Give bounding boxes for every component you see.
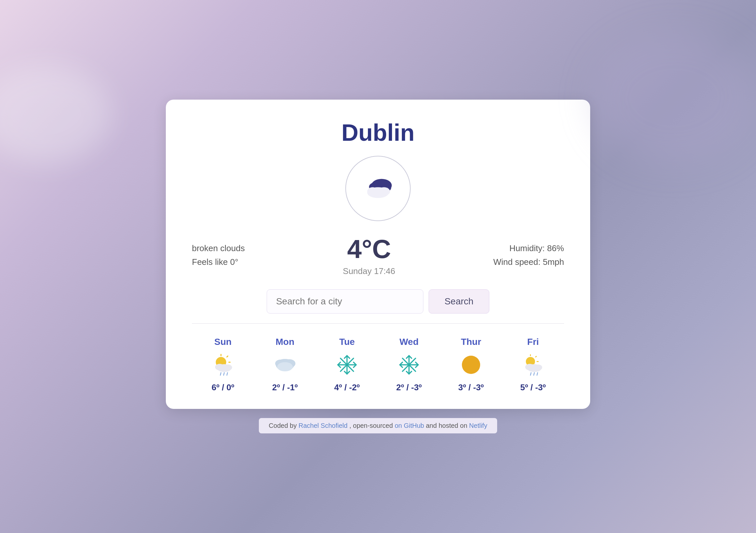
footer-netlify-link[interactable]: Netlify	[469, 422, 487, 429]
forecast-temp-thur: 3º / -3º	[458, 382, 484, 393]
forecast-row: Sun 6º /	[192, 337, 564, 393]
forecast-icon-thur	[459, 352, 483, 378]
date-time-display: Sunday 17:46	[343, 266, 395, 276]
forecast-label-thur: Thur	[461, 337, 481, 347]
footer-github-link[interactable]: on GitHub	[395, 422, 424, 429]
svg-line-52	[530, 373, 531, 375]
forecast-temp-tue: 4º / -2º	[334, 382, 360, 393]
condition-text: broken clouds	[192, 242, 245, 255]
forecast-day-mon: Mon 2º / -1º	[262, 337, 308, 393]
svg-line-13	[220, 373, 221, 375]
forecast-temp-sun: 6º / 0º	[211, 382, 234, 393]
svg-point-51	[534, 364, 542, 370]
svg-line-54	[537, 373, 538, 375]
bg-decoration-right	[593, 33, 756, 163]
forecast-icon-tue	[335, 352, 359, 378]
forecast-icon-mon	[273, 352, 297, 378]
forecast-day-thur: Thur 3º / -3º	[448, 337, 494, 393]
svg-point-12	[224, 364, 232, 370]
forecast-icon-wed	[397, 352, 421, 378]
weather-icon-container	[345, 156, 411, 221]
svg-line-53	[534, 373, 534, 375]
svg-point-5	[378, 187, 390, 196]
wind-speed-text: Wind speed: 5mph	[493, 255, 564, 269]
footer-open-sourced: , open-sourced	[349, 422, 395, 429]
svg-point-50	[525, 364, 534, 370]
weather-icon	[360, 175, 396, 202]
forecast-label-mon: Mon	[276, 337, 294, 347]
search-area: Search	[192, 289, 564, 314]
search-button[interactable]: Search	[429, 289, 490, 314]
svg-line-8	[227, 356, 228, 357]
footer-author-link[interactable]: Rachel Schofield	[298, 422, 347, 429]
footer: Coded by Rachel Schofield , open-sourced…	[259, 418, 497, 434]
forecast-day-tue: Tue 4º / -2º	[324, 337, 370, 393]
forecast-label-tue: Tue	[339, 337, 355, 347]
footer-bar: Coded by Rachel Schofield , open-sourced…	[259, 418, 497, 434]
forecast-label-wed: Wed	[399, 337, 419, 347]
forecast-temp-wed: 2º / -3º	[396, 382, 422, 393]
svg-point-11	[215, 364, 224, 370]
forecast-label-fri: Fri	[527, 337, 539, 347]
search-input[interactable]	[267, 289, 423, 314]
svg-line-14	[224, 373, 224, 375]
city-title: Dublin	[192, 119, 564, 146]
weather-card: Dublin broken clouds Feels like 0° 4°C S…	[166, 99, 590, 409]
forecast-icon-sun	[211, 352, 235, 378]
footer-hosted-on: and hosted on	[426, 422, 469, 429]
feels-like-text: Feels like 0°	[192, 255, 245, 269]
weather-info-row: broken clouds Feels like 0° 4°C Sunday 1…	[192, 234, 564, 276]
svg-point-44	[462, 356, 480, 374]
svg-point-4	[367, 187, 378, 196]
svg-line-47	[536, 356, 536, 357]
svg-point-19	[277, 362, 293, 371]
forecast-temp-fri: 5º / -3º	[520, 382, 546, 393]
forecast-day-fri: Fri 5º / -3º	[510, 337, 556, 393]
bg-decoration-left	[0, 65, 111, 163]
svg-line-15	[227, 373, 228, 375]
humidity-text: Humidity: 86%	[493, 242, 564, 255]
forecast-day-wed: Wed 2º / -3º	[386, 337, 432, 393]
footer-coded-by: Coded by	[269, 422, 298, 429]
weather-left-info: broken clouds Feels like 0°	[192, 242, 245, 269]
weather-right-info: Humidity: 86% Wind speed: 5mph	[493, 242, 564, 269]
forecast-icon-fri	[521, 352, 545, 378]
forecast-temp-mon: 2º / -1º	[272, 382, 298, 393]
temperature-display: 4°C	[343, 234, 395, 264]
forecast-label-sun: Sun	[214, 337, 232, 347]
weather-center-info: 4°C Sunday 17:46	[343, 234, 395, 276]
forecast-day-sun: Sun 6º /	[200, 337, 246, 393]
